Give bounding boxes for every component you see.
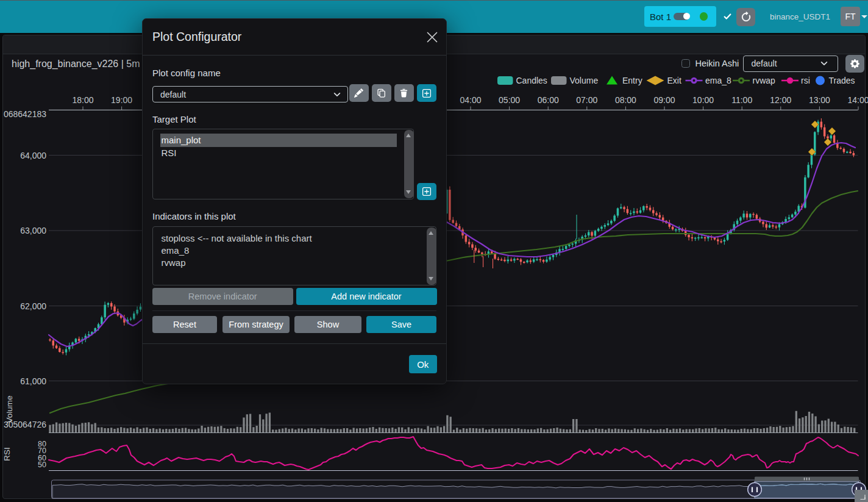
svg-text:11:00: 11:00 xyxy=(731,95,752,105)
svg-text:06:00: 06:00 xyxy=(538,95,559,105)
svg-text:RSI: RSI xyxy=(2,447,12,461)
svg-text:Volume: Volume xyxy=(5,395,14,423)
svg-text:61,000: 61,000 xyxy=(20,376,46,386)
svg-text:62,000: 62,000 xyxy=(20,301,46,311)
svg-text:Exit: Exit xyxy=(667,76,681,85)
svg-text:rvwap: rvwap xyxy=(753,76,776,85)
svg-text:63,000: 63,000 xyxy=(20,226,46,235)
svg-text:18:00: 18:00 xyxy=(72,95,93,105)
svg-text:09:00: 09:00 xyxy=(653,95,675,105)
svg-text:Trades: Trades xyxy=(829,76,855,85)
svg-text:12:00: 12:00 xyxy=(770,95,791,105)
svg-text:ema_8: ema_8 xyxy=(705,76,731,85)
svg-text:64,000: 64,000 xyxy=(20,151,46,160)
svg-text:05:00: 05:00 xyxy=(499,95,520,105)
svg-text:Candles: Candles xyxy=(516,76,547,85)
svg-text:Entry: Entry xyxy=(622,76,642,85)
svg-text:04:00: 04:00 xyxy=(460,95,481,105)
svg-text:rsi: rsi xyxy=(801,76,810,85)
svg-text:19:00: 19:00 xyxy=(111,95,132,105)
svg-text:068642183: 068642183 xyxy=(4,109,46,119)
svg-text:08:00: 08:00 xyxy=(615,95,636,105)
svg-text:10:00: 10:00 xyxy=(692,95,714,105)
svg-text:50: 50 xyxy=(38,461,46,469)
svg-text:13:00: 13:00 xyxy=(809,95,830,105)
svg-text:Volume: Volume xyxy=(570,76,599,85)
svg-text:14:00: 14:00 xyxy=(847,95,868,105)
svg-text:07:00: 07:00 xyxy=(576,95,597,105)
svg-text:high_frog_binance_v226 | 5m: high_frog_binance_v226 | 5m xyxy=(12,59,140,70)
